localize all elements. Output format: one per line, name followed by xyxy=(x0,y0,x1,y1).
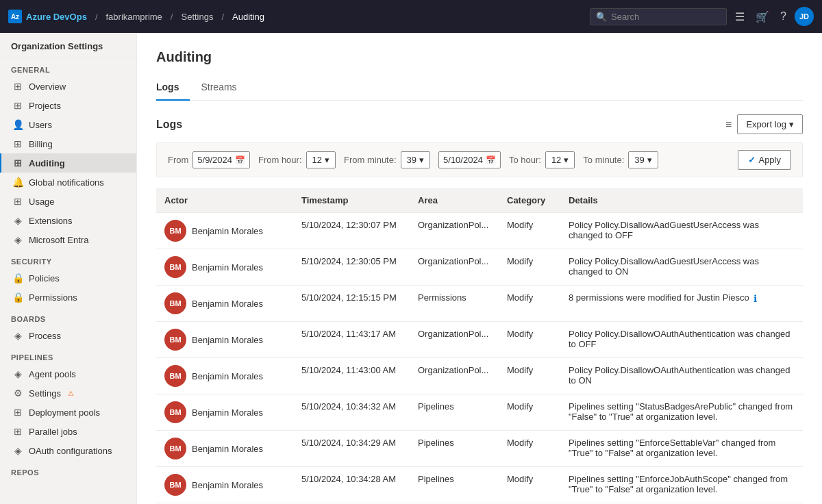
sidebar-item-label: Usage xyxy=(29,197,55,207)
export-chevron-icon: ▾ xyxy=(789,119,794,129)
sidebar-item-label: Agent pools xyxy=(29,369,76,379)
export-log-button[interactable]: Export log ▾ xyxy=(737,114,803,134)
logs-title: Logs xyxy=(156,118,182,131)
search-input[interactable] xyxy=(611,12,721,22)
sidebar-item-agent-pools[interactable]: ◈ Agent pools xyxy=(0,364,136,383)
col-header-actor: Actor xyxy=(156,188,293,213)
category-cell: Modify xyxy=(499,213,560,249)
sidebar-item-global-notifications[interactable]: 🔔 Global notifications xyxy=(0,173,136,192)
details-cell: Pipelines setting "StatusBadgesArePublic… xyxy=(560,394,803,431)
actor-cell: BM Benjamin Morales xyxy=(156,431,293,467)
details-cell: Policy Policy.DisallowAadGuestUserAccess… xyxy=(560,213,803,249)
breadcrumb-sep-2: / xyxy=(171,12,173,22)
tab-streams[interactable]: Streams xyxy=(201,76,247,101)
sidebar-item-deployment-pools[interactable]: ⊞ Deployment pools xyxy=(0,403,136,422)
to-minute-label: To minute: xyxy=(583,155,624,165)
details-cell: 8 permissions were modified for Justin P… xyxy=(560,286,803,322)
table-row: BM Benjamin Morales 5/10/2024, 11:43:00 … xyxy=(156,358,803,394)
from-hour-group: From hour: 12 ▾ xyxy=(258,151,336,168)
actor-name: Benjamin Morales xyxy=(192,226,263,236)
sidebar-item-policies[interactable]: 🔒 Policies xyxy=(0,268,136,288)
table-row: BM Benjamin Morales 5/10/2024, 10:34:32 … xyxy=(156,394,803,431)
to-minute-value: 39 xyxy=(634,155,644,165)
sidebar-item-billing[interactable]: ⊞ Billing xyxy=(0,134,136,153)
from-minute-value: 39 xyxy=(407,155,416,165)
table-row: BM Benjamin Morales 5/10/2024, 11:43:17 … xyxy=(156,322,803,358)
notifications-bell-icon: 🔔 xyxy=(12,177,23,188)
details-text: 8 permissions were modified for Justin P… xyxy=(569,292,749,303)
overview-icon: ⊞ xyxy=(12,81,23,92)
from-hour-dropdown[interactable]: 12 ▾ xyxy=(306,151,336,168)
notifications-icon[interactable]: ☰ xyxy=(732,8,747,26)
info-icon[interactable]: ℹ xyxy=(754,293,757,304)
section-security: Security xyxy=(0,249,136,268)
sidebar-item-projects[interactable]: ⊞ Projects xyxy=(0,96,136,115)
calendar-icon-2: 📅 xyxy=(486,155,496,165)
from-date-value: 5/9/2024 xyxy=(197,155,232,165)
actor-cell: BM Benjamin Morales xyxy=(156,467,293,503)
breadcrumb-sep-1: / xyxy=(95,12,98,22)
actor-name: Benjamin Morales xyxy=(192,480,263,490)
from-minute-dropdown[interactable]: 39 ▾ xyxy=(401,151,430,168)
from-date-input[interactable]: 5/9/2024 📅 xyxy=(192,151,250,168)
top-navigation: Az Azure DevOps / fabrikamprime / Settin… xyxy=(0,0,822,33)
actor-name: Benjamin Morales xyxy=(192,335,263,345)
brand[interactable]: Az Azure DevOps xyxy=(8,10,87,23)
apply-label: Apply xyxy=(758,155,781,165)
usage-icon: ⊞ xyxy=(12,196,23,207)
category-cell: Modify xyxy=(499,322,560,358)
sidebar-item-extensions[interactable]: ◈ Extensions xyxy=(0,211,136,230)
tab-logs[interactable]: Logs xyxy=(156,76,190,101)
sidebar-item-microsoft-entra[interactable]: ◈ Microsoft Entra xyxy=(0,230,136,249)
actor-avatar: BM xyxy=(164,256,186,278)
to-hour-value: 12 xyxy=(551,155,561,165)
filter-icon[interactable]: ≡ xyxy=(725,118,732,131)
sidebar-item-label: Overview xyxy=(29,81,66,92)
actor-name: Benjamin Morales xyxy=(192,371,263,381)
sidebar-item-users[interactable]: 👤 Users xyxy=(0,115,136,134)
page-title: Auditing xyxy=(156,49,803,65)
actor-avatar: BM xyxy=(164,401,186,423)
category-cell: Modify xyxy=(499,249,560,286)
sidebar-item-auditing[interactable]: ⊞ Auditing xyxy=(0,153,136,173)
category-cell: Modify xyxy=(499,286,560,322)
sidebar-item-label: Users xyxy=(29,120,52,130)
user-avatar[interactable]: JD xyxy=(795,7,814,26)
actor-cell: BM Benjamin Morales xyxy=(156,358,293,394)
sidebar-item-parallel-jobs[interactable]: ⊞ Parallel jobs xyxy=(0,422,136,441)
sidebar-item-label: Extensions xyxy=(29,216,73,226)
col-header-category: Category xyxy=(499,188,560,213)
section-boards: Boards xyxy=(0,307,136,326)
sidebar-item-process[interactable]: ◈ Process xyxy=(0,326,136,345)
to-hour-dropdown[interactable]: 12 ▾ xyxy=(545,151,575,168)
sidebar-item-label: Global notifications xyxy=(29,177,104,188)
actor-cell: BM Benjamin Morales xyxy=(156,249,293,286)
to-date-input[interactable]: 5/10/2024 📅 xyxy=(438,151,501,168)
sidebar-item-settings[interactable]: ⚙ Settings ⚠ xyxy=(0,383,136,403)
chevron-down-icon: ▾ xyxy=(325,155,329,165)
sidebar-item-oauth-configurations[interactable]: ◈ OAuth configurations xyxy=(0,441,136,460)
actor-name: Benjamin Morales xyxy=(192,444,263,454)
sidebar-item-permissions[interactable]: 🔒 Permissions xyxy=(0,288,136,307)
apply-button[interactable]: ✓ Apply xyxy=(738,150,791,170)
log-table: Actor Timestamp Area Category Details BM… xyxy=(156,188,803,503)
sidebar-item-label: Microsoft Entra xyxy=(29,235,88,245)
basket-icon[interactable]: 🛒 xyxy=(753,8,772,26)
sidebar-item-label: Auditing xyxy=(29,158,65,168)
details-cell: Policy Policy.DisallowOAuthAuthenticatio… xyxy=(560,322,803,358)
sidebar-item-usage[interactable]: ⊞ Usage xyxy=(0,192,136,211)
col-header-area: Area xyxy=(410,188,499,213)
sidebar-item-label: Policies xyxy=(29,273,60,284)
filter-bar: From 5/9/2024 📅 From hour: 12 ▾ From min… xyxy=(156,142,803,177)
deployment-pools-icon: ⊞ xyxy=(12,407,23,418)
sidebar-item-overview[interactable]: ⊞ Overview xyxy=(0,77,136,96)
auditing-icon: ⊞ xyxy=(12,158,23,168)
breadcrumb-org[interactable]: fabrikamprime xyxy=(106,12,162,22)
help-icon[interactable]: ? xyxy=(777,8,789,25)
projects-icon: ⊞ xyxy=(12,100,23,111)
sidebar-item-label: Billing xyxy=(29,139,53,149)
sidebar-item-label: Process xyxy=(29,331,61,341)
search-box[interactable]: 🔍 xyxy=(590,8,727,25)
breadcrumb-settings[interactable]: Settings xyxy=(181,12,213,22)
to-minute-dropdown[interactable]: 39 ▾ xyxy=(628,151,658,168)
